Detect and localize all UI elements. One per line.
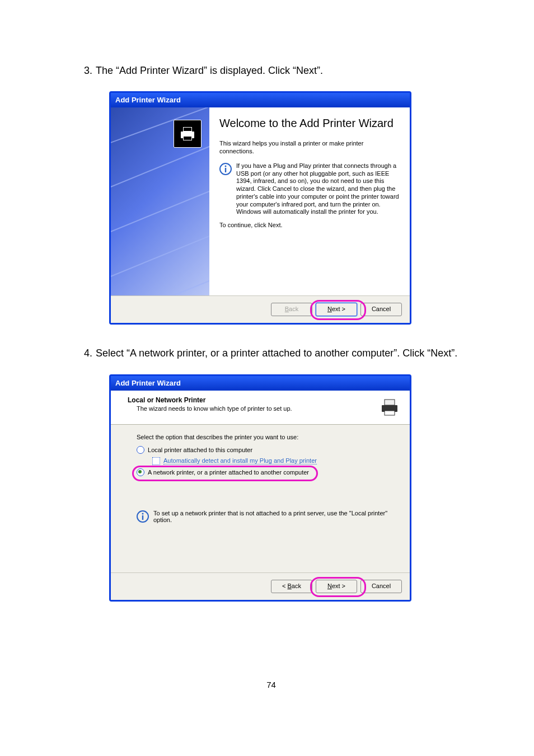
- svg-rect-13: [142, 515, 143, 520]
- svg-rect-3: [184, 137, 191, 140]
- option-auto-detect: Automatically detect and install my Plug…: [152, 457, 393, 465]
- wizard2-buttons: < Back Next > Cancel: [111, 572, 410, 600]
- page-number: 74: [76, 680, 467, 689]
- svg-rect-4: [184, 128, 191, 131]
- svg-point-6: [225, 165, 227, 167]
- wizard-local-network: Add Printer Wizard Local or Network Prin…: [109, 374, 411, 602]
- printer-icon: [377, 396, 402, 419]
- step-4: 4. Select “A network printer, or a print…: [76, 344, 467, 363]
- back-button: Back: [271, 303, 312, 316]
- printer-icon: [174, 120, 202, 148]
- info-icon: [137, 510, 149, 523]
- step-4-number: 4.: [76, 344, 96, 363]
- svg-rect-10: [385, 411, 395, 415]
- wizard2-prompt: Select the option that describes the pri…: [137, 434, 393, 440]
- next-button[interactable]: Next >: [316, 580, 357, 593]
- wizard-welcome: Add Printer Wizard: [109, 91, 411, 325]
- wizard2-sub: The wizard needs to know which type of p…: [128, 405, 377, 412]
- wizard2-tip: To set up a network printer that is not …: [153, 510, 393, 523]
- wizard1-intro: This wizard helps you install a printer …: [219, 140, 400, 156]
- wizard1-info-text: If you have a Plug and Play printer that…: [236, 162, 400, 216]
- cancel-button[interactable]: Cancel: [360, 580, 402, 593]
- next-button[interactable]: Next >: [316, 303, 357, 316]
- step-3-number: 3.: [76, 62, 96, 80]
- wizard2-titlebar: Add Printer Wizard: [111, 376, 410, 391]
- svg-rect-7: [225, 168, 226, 172]
- wizard1-continue: To continue, click Next.: [219, 222, 400, 229]
- option-local-printer[interactable]: Local printer attached to this computer: [137, 446, 393, 454]
- wizard1-titlebar: Add Printer Wizard: [111, 93, 410, 107]
- info-icon: [219, 163, 232, 175]
- radio-icon: [137, 446, 144, 454]
- wizard1-buttons: Back Next > Cancel: [111, 295, 410, 323]
- wizard2-header: Local or Network Printer: [128, 396, 377, 404]
- radio-icon: [137, 468, 144, 476]
- step-4-text: Select “A network printer, or a printer …: [96, 344, 467, 363]
- wizard1-sidebar-graphic: [111, 107, 209, 295]
- svg-rect-9: [385, 400, 395, 405]
- step-3-text: The “Add Printer Wizard” is displayed. C…: [96, 62, 467, 80]
- wizard1-heading: Welcome to the Add Printer Wizard: [219, 116, 400, 130]
- back-button[interactable]: < Back: [271, 580, 312, 593]
- svg-point-12: [142, 513, 144, 514]
- step-3: 3. The “Add Printer Wizard” is displayed…: [76, 62, 467, 80]
- cancel-button[interactable]: Cancel: [360, 303, 402, 316]
- option-network-printer[interactable]: A network printer, or a printer attached…: [137, 468, 393, 476]
- checkbox-icon: [152, 457, 160, 465]
